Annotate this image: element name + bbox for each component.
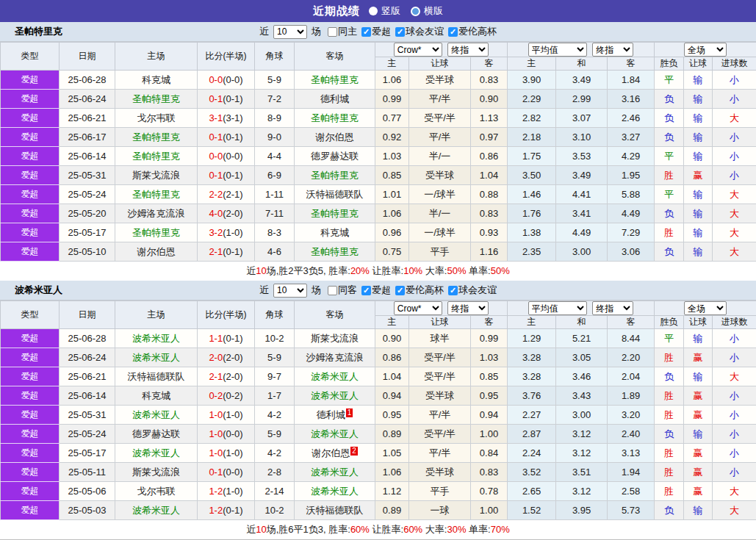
cell-score: 2-0(2-0) [198, 348, 255, 367]
cell-league-type: 爱超 [1, 128, 60, 147]
cell-avg-draw: 3.49 [556, 166, 608, 185]
filter-checkbox[interactable]: ✓ [361, 27, 371, 37]
cell-avg-home: 1.52 [508, 501, 556, 520]
layout-radio-group: 竖版横版 [369, 4, 443, 18]
filter-checkbox[interactable] [328, 286, 337, 295]
halftime-score: (0-0) [223, 467, 242, 478]
average-select[interactable]: 平均值 [528, 43, 587, 57]
cell-result-goals: 大 [713, 242, 756, 262]
cell-result-handicap: 输 [684, 329, 713, 348]
col-odds-home: 主 [375, 316, 409, 329]
match-count-select[interactable]: 10 [273, 25, 307, 39]
cell-away-team: 谢尔伯恩 [295, 128, 375, 147]
cell-avg-away: 3.27 [608, 128, 655, 147]
layout-radio-vertical[interactable] [369, 7, 378, 15]
filter-checkbox[interactable] [328, 27, 337, 37]
filter-checkbox[interactable]: ✓ [448, 27, 458, 37]
cell-odds-handicap: 受半球 [409, 463, 471, 482]
cell-odds-home: 1.03 [375, 147, 409, 166]
cell-avg-draw: 3.12 [556, 482, 608, 501]
cell-odds-home: 1.04 [375, 367, 409, 386]
cell-league-type: 爱超 [1, 109, 60, 128]
cell-away-team: 沃特福德联队 [295, 501, 375, 520]
cell-league-type: 爱超 [1, 223, 60, 242]
page: 近期战绩 竖版横版 圣帕特里克 近 10 场 同主✓爱超✓球会友谊✓爱伦高杯 类… [0, 0, 756, 540]
home-team-name: 德罗赫达联 [132, 428, 180, 439]
cell-result-winloss: 负 [655, 425, 684, 444]
col-avg-draw: 和 [556, 57, 608, 71]
team-badge: 1 [346, 408, 353, 417]
cell-result-handicap: 赢 [684, 482, 713, 501]
match-row: 爱超25-06-28波希米亚人1-1(0-1)10-2斯莱戈流浪0.90球半0.… [1, 329, 756, 348]
col-odds-home: 主 [375, 57, 409, 71]
summary-text: 近 [246, 524, 256, 535]
summary-line: 近10场,胜6平1负3, 胜率:60% 让胜率:60% 大率:30% 单率:70… [0, 520, 756, 539]
cell-odds-away: 0.94 [471, 406, 508, 425]
cell-avg-home: 3.28 [508, 367, 556, 386]
home-team-name: 戈尔韦联 [137, 112, 176, 123]
cell-result-winloss: 平 [655, 185, 684, 204]
cell-odds-handicap: 受平/半 [409, 425, 471, 444]
team-badge: 2 [350, 447, 358, 456]
filter-checkbox[interactable]: ✓ [448, 286, 458, 295]
cell-away-team: 圣帕特里克 [295, 242, 375, 262]
col-result-goals: 进球数 [713, 57, 756, 71]
cell-result-goals: 小 [713, 329, 756, 348]
scope-select[interactable]: 全场 [684, 43, 727, 57]
match-count-select[interactable]: 10 [273, 284, 307, 298]
cell-league-type: 爱超 [1, 463, 60, 482]
home-team-name: 圣帕特里克 [132, 132, 180, 143]
cell-odds-away: 1.03 [471, 348, 508, 367]
cell-date: 25-06-28 [60, 71, 115, 90]
cell-odds-home: 0.92 [375, 128, 409, 147]
cell-score: 4-0(2-0) [198, 204, 255, 223]
final-odds-select-2[interactable]: 终指 [592, 43, 633, 57]
cell-home-team: 波希米亚人 [115, 444, 198, 463]
section-away-team: 波希米亚人 近 10 场 同客✓爱超✓爱伦高杯✓球会友谊 类型 日期 主场 [0, 281, 756, 539]
cell-odds-handicap: 平/半 [409, 90, 471, 109]
cell-home-team: 圣帕特里克 [115, 185, 198, 204]
cell-avg-home: 1.38 [508, 223, 556, 242]
filter-checkbox[interactable]: ✓ [361, 286, 371, 295]
cell-odds-handicap: 受平/半 [409, 367, 471, 386]
cell-home-team: 波希米亚人 [115, 329, 198, 348]
cell-odds-away: 0.99 [471, 329, 508, 348]
filter-checkbox[interactable]: ✓ [395, 27, 405, 37]
col-avg-draw: 和 [556, 316, 608, 329]
cell-odds-home: 1.06 [375, 463, 409, 482]
cell-result-handicap: 输 [684, 90, 713, 109]
cell-odds-home: 0.85 [375, 166, 409, 185]
away-team-name: 德利城 [320, 93, 349, 104]
cell-away-team: 斯莱戈流浪 [295, 329, 375, 348]
fulltime-score: 0-0 [209, 74, 223, 85]
average-select[interactable]: 平均值 [528, 301, 587, 315]
cell-score: 1-2(1-0) [198, 482, 255, 501]
final-odds-select[interactable]: 终指 [447, 301, 489, 315]
team-name: 波希米亚人 [15, 284, 62, 297]
bookmaker-select[interactable]: Crow* [394, 301, 442, 315]
cell-avg-away: 3.16 [608, 90, 655, 109]
fulltime-score: 3-1 [209, 112, 223, 123]
home-team-name: 沙姆洛克流浪 [128, 208, 185, 219]
bookmaker-select[interactable]: Crow* [394, 43, 442, 57]
col-score: 比分(半场) [198, 43, 255, 71]
cell-avg-draw: 3.43 [556, 386, 608, 406]
fulltime-score: 0-2 [209, 390, 223, 401]
col-score: 比分(半场) [198, 301, 255, 329]
filter-checkbox-label: 爱伦高杯 [406, 284, 444, 297]
scope-select[interactable]: 全场 [684, 301, 727, 315]
cell-away-team: 圣帕特里克 [295, 166, 375, 185]
layout-radio-horizontal[interactable] [411, 7, 420, 16]
cell-result-handicap: 输 [684, 223, 713, 242]
final-odds-select[interactable]: 终指 [447, 43, 489, 57]
cell-date: 25-05-11 [60, 463, 115, 482]
cell-result-goals: 大 [713, 223, 756, 242]
match-row: 爱超25-05-06戈尔韦联1-2(1-0)2-14波希米亚人1.12平手0.7… [1, 482, 756, 501]
cell-corners: 5-9 [255, 348, 295, 367]
away-team-name: 波希米亚人 [311, 428, 359, 439]
halftime-score: (0-1) [223, 170, 242, 181]
filter-checkbox[interactable]: ✓ [395, 286, 405, 295]
cell-league-type: 爱超 [1, 406, 60, 425]
final-odds-select-2[interactable]: 终指 [592, 301, 633, 315]
cell-avg-home: 2.65 [508, 482, 556, 501]
